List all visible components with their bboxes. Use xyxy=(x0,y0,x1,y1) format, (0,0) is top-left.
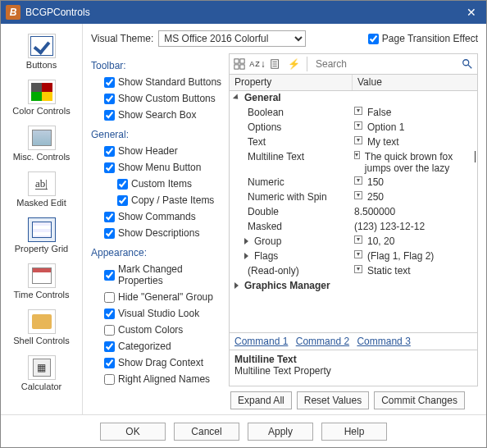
lightning-icon[interactable]: ⚡ xyxy=(287,57,300,71)
sidebar-item-masked-edit[interactable]: ab|Masked Edit xyxy=(5,168,79,211)
dropdown-icon[interactable]: ▾ xyxy=(354,235,362,244)
prop-value[interactable]: My text xyxy=(367,136,399,148)
prop-name[interactable]: Masked xyxy=(230,220,353,233)
prop-value[interactable]: 250 xyxy=(367,191,384,203)
separator xyxy=(307,57,307,71)
sidebar-item-misc-controls[interactable]: Misc. Controls xyxy=(5,122,79,165)
opt-custom-items[interactable]: Custom Items xyxy=(91,178,222,190)
dialog-footer: OK Cancel Apply Help xyxy=(1,414,486,447)
section-general: General: xyxy=(91,129,222,140)
page-transition-checkbox[interactable]: Page Transition Effect xyxy=(368,33,478,44)
header-value: Value xyxy=(353,75,477,90)
opt-show-header[interactable]: Show Header xyxy=(91,145,222,157)
cancel-button[interactable]: Cancel xyxy=(174,423,239,441)
dropdown-icon[interactable]: ▾ xyxy=(354,121,362,130)
prop-name[interactable]: Options xyxy=(230,121,353,134)
sidebar-item-buttons[interactable]: Buttons xyxy=(5,30,79,73)
grid-header: Property Value xyxy=(229,75,478,91)
apply-button[interactable]: Apply xyxy=(248,423,313,441)
theme-label: Visual Theme: xyxy=(91,33,153,44)
sidebar-item-time-controls[interactable]: Time Controls xyxy=(5,260,79,303)
dialog-window: B BCGPControls ✕ Buttons Color Controls … xyxy=(0,0,487,448)
opt-right-aligned[interactable]: Right Aligned Names xyxy=(91,373,222,385)
sidebar-item-shell-controls[interactable]: Shell Controls xyxy=(5,306,79,349)
prop-name[interactable]: Double xyxy=(230,205,353,218)
command-link[interactable]: Command 1 xyxy=(234,336,288,347)
desc-body: Multiline Text Property xyxy=(234,365,472,377)
expand-icon[interactable] xyxy=(234,282,239,289)
prop-value[interactable]: 8.500000 xyxy=(354,206,395,217)
misc-icon xyxy=(32,130,52,146)
prop-name[interactable]: Group xyxy=(254,235,281,247)
help-button[interactable]: Help xyxy=(321,423,387,441)
prop-name[interactable]: Numeric xyxy=(230,176,353,189)
prop-value[interactable]: 10, 20 xyxy=(367,235,394,247)
description-panel: Multiline Text Multiline Text Property xyxy=(229,350,478,386)
prop-value[interactable]: (123) 123-12-12 xyxy=(354,221,425,232)
prop-name[interactable]: Numeric with Spin xyxy=(230,190,353,203)
theme-select[interactable]: MS Office 2016 Colorful xyxy=(158,30,306,47)
menu-icon[interactable] xyxy=(269,57,282,71)
sidebar-item-property-grid[interactable]: Property Grid xyxy=(5,214,79,257)
expand-icon[interactable] xyxy=(244,238,248,245)
dropdown-icon[interactable]: ▾ xyxy=(354,136,362,144)
prop-name[interactable]: Text xyxy=(230,135,353,149)
desc-title: Multiline Text xyxy=(234,354,472,365)
prop-name: (Read-only) xyxy=(230,264,353,277)
calendar-icon xyxy=(32,267,52,284)
commit-changes-button[interactable]: Commit Changes xyxy=(374,391,465,409)
categorize-icon[interactable] xyxy=(233,57,246,71)
expand-all-button[interactable]: Expand All xyxy=(230,391,292,409)
opt-custom-buttons[interactable]: Show Custom Buttons xyxy=(91,93,222,104)
calculator-icon: ▦ xyxy=(33,359,51,377)
dropdown-icon[interactable]: ▾ xyxy=(354,191,362,199)
prop-value[interactable]: 150 xyxy=(367,176,384,188)
search-input[interactable] xyxy=(314,57,456,71)
svg-rect-3 xyxy=(240,65,244,69)
expand-icon[interactable] xyxy=(244,253,248,259)
prop-name[interactable]: Boolean xyxy=(230,106,353,119)
search-icon[interactable] xyxy=(461,57,474,71)
close-icon[interactable]: ✕ xyxy=(462,6,481,19)
dropdown-icon[interactable]: ▾ xyxy=(354,107,362,115)
command-link[interactable]: Command 2 xyxy=(296,336,349,347)
opt-custom-colors[interactable]: Custom Colors xyxy=(91,324,222,336)
prop-name[interactable]: Multiline Text xyxy=(230,150,353,163)
window-title: BCGPControls xyxy=(25,7,90,18)
dropdown-icon[interactable]: ▾ xyxy=(354,250,362,258)
sidebar-item-color-controls[interactable]: Color Controls xyxy=(5,76,79,119)
svg-rect-0 xyxy=(234,59,239,63)
prop-value[interactable]: Option 1 xyxy=(367,121,404,133)
text-caret-icon xyxy=(475,151,476,162)
opt-commands[interactable]: Show Commands xyxy=(91,211,222,222)
prop-name[interactable]: Flags xyxy=(254,250,278,262)
checkmark-icon xyxy=(30,36,53,56)
reset-values-button[interactable]: Reset Values xyxy=(297,391,369,409)
command-link[interactable]: Command 3 xyxy=(357,336,410,347)
opt-vs-look[interactable]: Visual Studio Look xyxy=(91,308,222,319)
opt-descriptions[interactable]: Show Descriptions xyxy=(91,227,222,239)
grid-toolbar: AZ↓ ⚡ xyxy=(229,53,478,75)
dropdown-icon: ▾ xyxy=(354,265,362,273)
sort-icon[interactable]: AZ↓ xyxy=(251,57,264,71)
prop-value[interactable]: (Flag 1, Flag 2) xyxy=(367,250,434,262)
prop-value[interactable]: False xyxy=(367,107,391,118)
opt-menu-button[interactable]: Show Menu Button xyxy=(91,162,222,173)
ab-icon: ab| xyxy=(35,178,48,190)
opt-copy-paste[interactable]: Copy / Paste Items xyxy=(91,194,222,206)
dropdown-icon[interactable]: ▾ xyxy=(354,176,362,185)
prop-value[interactable]: The quick brown fox jumps over the lazy xyxy=(365,151,471,175)
expand-icon[interactable] xyxy=(233,94,240,101)
opt-hide-general[interactable]: Hide "General" Group xyxy=(91,291,222,303)
sidebar-item-calculator[interactable]: ▦Calculator xyxy=(5,352,79,395)
opt-categorized[interactable]: Categorized xyxy=(91,341,222,352)
grid-body[interactable]: General Boolean▾False Options▾Option 1 T… xyxy=(229,91,478,333)
ok-button[interactable]: OK xyxy=(100,423,166,441)
opt-drag-context[interactable]: Show Drag Context xyxy=(91,357,222,368)
dropdown-icon[interactable]: ▾ xyxy=(354,151,360,159)
opt-standard-buttons[interactable]: Show Standard Buttons xyxy=(91,76,222,88)
opt-search-box[interactable]: Show Search Box xyxy=(91,109,222,121)
grid-icon xyxy=(32,222,52,238)
svg-rect-2 xyxy=(234,65,239,69)
opt-mark-changed[interactable]: Mark Changed Properties xyxy=(91,263,222,286)
